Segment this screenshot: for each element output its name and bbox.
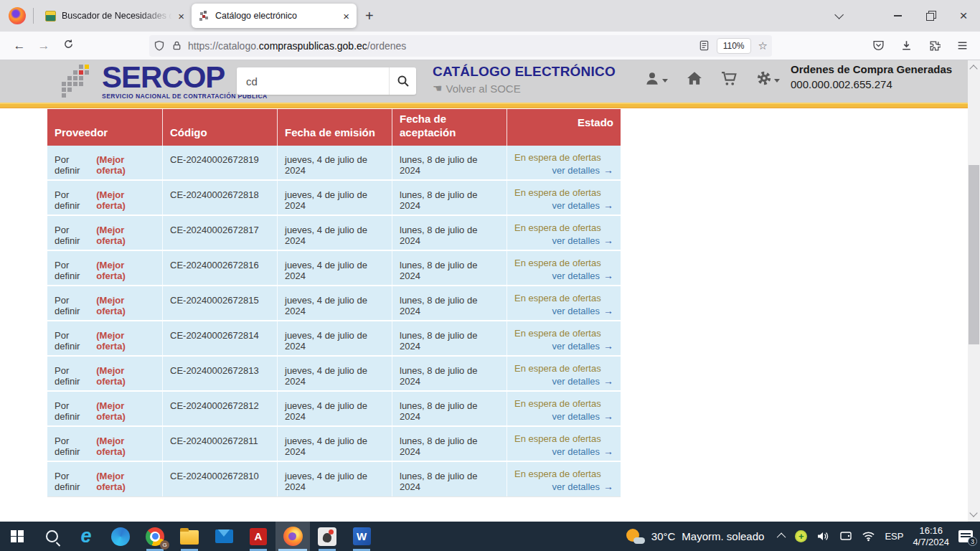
windows-logo-icon bbox=[11, 530, 24, 543]
acceptance-date: lunes, 8 de julio de 2024 bbox=[392, 216, 507, 250]
url-text[interactable]: https://catalogo.compraspublicas.gob.ec/… bbox=[188, 40, 693, 52]
tab-catalogo-electronico[interactable]: Catálogo electrónico × bbox=[192, 4, 357, 28]
provider-cell: Por definir (Mejor oferta) bbox=[47, 357, 163, 390]
issue-date: jueves, 4 de julio de 2024 bbox=[278, 216, 392, 250]
cart-button[interactable] bbox=[721, 71, 738, 86]
provider-text: Por definir bbox=[55, 189, 96, 215]
url-bar[interactable]: https://catalogo.compraspublicas.gob.ec/… bbox=[149, 35, 772, 57]
issue-date: jueves, 4 de julio de 2024 bbox=[278, 462, 392, 496]
search-button[interactable] bbox=[389, 67, 416, 95]
taskbar-icon-mail[interactable] bbox=[207, 522, 241, 551]
restore-button[interactable] bbox=[914, 0, 947, 32]
zoom-level-indicator[interactable]: 110% bbox=[717, 38, 751, 54]
start-button[interactable] bbox=[0, 522, 34, 551]
taskbar-icon-chrome[interactable]: G bbox=[138, 522, 172, 551]
table-row: Por definir (Mejor oferta) CE-2024000267… bbox=[47, 321, 621, 357]
arrow-right-icon: → bbox=[603, 165, 613, 176]
extensions-puzzle-icon[interactable] bbox=[928, 39, 941, 52]
taskbar-icon-edge[interactable] bbox=[103, 522, 138, 551]
tab-title: Catálogo electrónico bbox=[215, 11, 337, 21]
home-button[interactable] bbox=[687, 71, 702, 85]
antivirus-tray-icon[interactable] bbox=[795, 530, 807, 542]
pocket-icon[interactable] bbox=[872, 39, 885, 52]
acceptance-date: lunes, 8 de julio de 2024 bbox=[392, 321, 507, 355]
taskbar-icon-file-explorer[interactable] bbox=[172, 522, 207, 551]
close-tab-icon[interactable]: × bbox=[178, 11, 184, 22]
tray-chevron-up-icon[interactable] bbox=[777, 533, 786, 542]
cart-icon bbox=[721, 71, 738, 86]
view-details-link[interactable]: ver detalles → bbox=[552, 270, 613, 281]
acceptance-date: lunes, 8 de julio de 2024 bbox=[392, 286, 507, 320]
view-details-link[interactable]: ver detalles → bbox=[552, 200, 613, 211]
downloads-icon[interactable] bbox=[900, 39, 913, 52]
taskbar-icon-firefox[interactable] bbox=[275, 522, 310, 551]
taskbar-icon-java-app[interactable] bbox=[310, 522, 344, 551]
forward-button[interactable]: → bbox=[32, 39, 56, 53]
view-details-link[interactable]: ver detalles → bbox=[552, 306, 613, 316]
user-menu-button[interactable] bbox=[644, 70, 668, 86]
search-input[interactable] bbox=[237, 75, 389, 88]
catalog-search-box[interactable] bbox=[237, 67, 416, 95]
view-details-link[interactable]: ver detalles → bbox=[552, 341, 613, 352]
provider-cell: Por definir (Mejor oferta) bbox=[47, 216, 163, 250]
weather-widget[interactable]: 30°C Mayorm. soleado bbox=[621, 529, 771, 545]
scroll-up-icon[interactable] bbox=[969, 65, 977, 72]
reload-button[interactable] bbox=[56, 39, 80, 53]
volume-icon[interactable] bbox=[816, 530, 830, 542]
caret-down-icon bbox=[774, 79, 780, 83]
edge-icon bbox=[111, 527, 130, 546]
list-tabs-button[interactable] bbox=[821, 0, 854, 32]
order-code: CE-20240002672814 bbox=[163, 321, 278, 355]
close-window-button[interactable]: × bbox=[947, 0, 980, 32]
view-details-link[interactable]: ver detalles → bbox=[552, 481, 613, 492]
settings-menu-button[interactable] bbox=[756, 70, 780, 86]
close-tab-icon[interactable]: × bbox=[343, 11, 349, 22]
clock[interactable]: 16:16 4/7/2024 bbox=[913, 525, 949, 548]
tab-buscador-necesidades[interactable]: Buscador de Necesidades de Co × bbox=[38, 4, 192, 28]
scrollbar-thumb[interactable] bbox=[969, 165, 979, 344]
status-cell: En espera de ofertas ver detalles → bbox=[507, 462, 621, 496]
arrow-right-icon: → bbox=[603, 200, 613, 211]
issue-date: jueves, 4 de julio de 2024 bbox=[278, 357, 392, 390]
weather-sun-cloud-icon bbox=[626, 529, 645, 545]
minimize-button[interactable] bbox=[881, 0, 914, 32]
accent-bar bbox=[0, 103, 968, 108]
wifi-icon[interactable] bbox=[862, 531, 875, 542]
tracking-shield-icon[interactable] bbox=[154, 40, 165, 52]
scroll-down-icon[interactable] bbox=[969, 509, 977, 517]
browser-titlebar: Buscador de Necesidades de Co × Catálogo… bbox=[0, 0, 980, 32]
view-details-link[interactable]: ver detalles → bbox=[552, 411, 613, 422]
new-tab-button[interactable]: + bbox=[365, 8, 374, 24]
provider-cell: Por definir (Mejor oferta) bbox=[47, 181, 163, 215]
view-details-link[interactable]: ver detalles → bbox=[552, 446, 613, 457]
reader-mode-icon[interactable] bbox=[699, 40, 710, 51]
provider-cell: Por definir (Mejor oferta) bbox=[47, 427, 163, 461]
tab-separator bbox=[33, 8, 34, 24]
page-scrollbar[interactable] bbox=[968, 60, 980, 522]
view-details-link[interactable]: ver detalles → bbox=[552, 376, 613, 387]
taskbar-icon-acrobat[interactable]: A bbox=[241, 522, 275, 551]
lock-icon[interactable] bbox=[171, 40, 182, 51]
orders-generated-counter: Ordenes de Compra Generadas 000.000.002.… bbox=[791, 63, 963, 90]
arrow-right-icon: → bbox=[603, 270, 613, 281]
issue-date: jueves, 4 de julio de 2024 bbox=[278, 251, 392, 285]
taskbar-icon-word[interactable]: W bbox=[344, 522, 379, 551]
best-offer-label: (Mejor oferta) bbox=[96, 471, 155, 496]
keyboard-language-indicator[interactable]: ESP bbox=[885, 531, 903, 542]
column-header-codigo: Código bbox=[163, 109, 278, 146]
view-details-link[interactable]: ver detalles → bbox=[552, 165, 613, 176]
acceptance-date: lunes, 8 de julio de 2024 bbox=[392, 392, 507, 425]
provider-text: Por definir bbox=[55, 154, 96, 179]
back-to-soce-link[interactable]: ☚ Volver al SOCE bbox=[433, 82, 616, 95]
taskbar-icon-internet-explorer[interactable]: e bbox=[69, 522, 103, 551]
taskbar-search-button[interactable] bbox=[34, 522, 69, 551]
notification-center-icon[interactable]: 3 bbox=[958, 530, 973, 542]
bookmark-star-icon[interactable]: ☆ bbox=[758, 39, 768, 52]
back-button[interactable]: ← bbox=[7, 39, 32, 53]
display-connect-icon[interactable] bbox=[839, 531, 852, 542]
view-details-link[interactable]: ver detalles → bbox=[552, 235, 613, 246]
menu-hamburger-icon[interactable] bbox=[956, 39, 969, 52]
search-icon bbox=[397, 75, 410, 88]
best-offer-label: (Mejor oferta) bbox=[96, 330, 155, 355]
acceptance-date: lunes, 8 de julio de 2024 bbox=[392, 357, 507, 390]
